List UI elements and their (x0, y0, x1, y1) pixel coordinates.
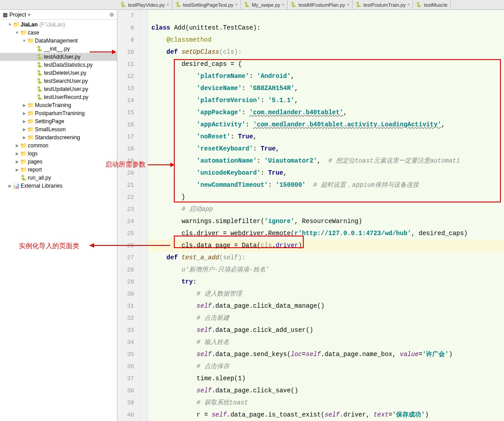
tree-label: JiaLan (21, 21, 38, 28)
tree-folder-datamgmt[interactable]: ▼📁DataManagement (0, 37, 117, 45)
tree-folder[interactable]: ▶📁Standardscreening (0, 133, 117, 142)
tab-label: My_swipe.py (252, 2, 280, 8)
chevron-right-icon[interactable]: ▶ (14, 143, 20, 148)
tab-0[interactable]: 🐍testPlayVideo.py× (117, 0, 172, 9)
tree-file[interactable]: 🐍run_all.py (0, 174, 117, 182)
tab-label: testPlayVideo.py (128, 2, 165, 8)
tree-label: testDataStatistics.py (44, 62, 93, 68)
tree-file[interactable]: 🐍__init__.py (0, 45, 117, 53)
tree-file[interactable]: 🐍testUpdateUser.py (0, 85, 117, 93)
chevron-right-icon[interactable]: ▶ (22, 103, 27, 107)
tree-label: common (28, 142, 48, 149)
chevron-down-icon[interactable]: ▼ (14, 30, 20, 35)
tree-label: pages (28, 159, 43, 165)
chevron-right-icon[interactable]: ▶ (14, 151, 20, 156)
dropdown-icon[interactable]: ▾ (28, 12, 30, 18)
tree-label: External Libraries (21, 183, 62, 189)
python-icon: 🐍 (36, 54, 43, 60)
chevron-right-icon[interactable]: ▶ (22, 119, 27, 124)
tab-3[interactable]: 🐍testAllPostumPlan.py× (288, 0, 353, 9)
tree-external-libraries[interactable]: ▶📊External Libraries (0, 182, 117, 190)
tree-folder[interactable]: ▶📁PostpartumTranining (0, 109, 117, 117)
tree-label: __init__.py (44, 46, 70, 52)
project-panel-title: Project (9, 12, 26, 18)
tab-label: testSettingPageTest.py (183, 2, 234, 8)
tree-folder[interactable]: ▶📁report (0, 166, 117, 174)
folder-icon: 📁 (27, 134, 34, 141)
folder-icon: 📁 (13, 21, 20, 28)
tree-file[interactable]: 🐍testDataStatistics.py (0, 61, 117, 69)
gear-icon[interactable]: ⚙ (109, 12, 114, 18)
folder-icon: 📁 (20, 159, 27, 165)
python-icon: 🐍 (36, 86, 43, 92)
folder-icon: 📁 (27, 38, 34, 44)
python-icon: 🐍 (36, 70, 43, 76)
python-icon: 🐍 (20, 175, 27, 181)
python-icon: 🐍 (36, 46, 43, 52)
tree-file[interactable]: 🐍testUserRecord.py (0, 93, 117, 101)
tab-1[interactable]: 🐍testSettingPageTest.py× (172, 0, 241, 9)
tree-file[interactable]: 🐍testDeleteUser.py (0, 69, 117, 77)
tab-5[interactable]: 🐍testMuscle (413, 0, 451, 9)
chevron-down-icon[interactable]: ▼ (7, 22, 13, 27)
chevron-down-icon[interactable]: ▼ (22, 39, 27, 43)
editor-tabs: 🐍testPlayVideo.py× 🐍testSettingPageTest.… (0, 0, 504, 10)
close-icon[interactable]: × (282, 2, 285, 7)
python-icon: 🐍 (244, 2, 250, 8)
folder-icon: 📁 (20, 30, 27, 36)
tab-2[interactable]: 🐍My_swipe.py× (241, 0, 288, 9)
chevron-right-icon[interactable]: ▶ (14, 159, 20, 164)
tree-folder[interactable]: ▶📁SettingPage (0, 117, 117, 125)
tree-label: Standardscreening (35, 134, 80, 141)
folder-icon: 📁 (20, 142, 27, 149)
folder-icon: 📁 (27, 118, 34, 125)
tree-label: run_all.py (28, 175, 51, 181)
tree-path: (F:\JiaLan) (39, 21, 65, 28)
tree-label: logs (28, 150, 38, 157)
line-number-gutter: 7891011121314151617181920212223242526272… (117, 10, 140, 421)
folder-icon: 📁 (27, 110, 34, 116)
close-icon[interactable]: × (167, 2, 169, 7)
python-icon: 🐍 (36, 94, 43, 100)
python-icon: 🐍 (120, 2, 126, 8)
python-icon: 🐍 (36, 62, 43, 68)
tree-file[interactable]: 🐍testSearchUser.py (0, 77, 117, 85)
tree-folder[interactable]: ▶📁MuscleTraining (0, 101, 117, 109)
python-icon: 🐍 (36, 78, 43, 84)
python-icon: 🐍 (290, 2, 297, 8)
project-sidebar: ▦ Project ▾ ⚙ ▼ 📁 JiaLan (F:\JiaLan) ▼📁c… (0, 10, 117, 421)
chevron-right-icon[interactable]: ▶ (7, 184, 13, 188)
code-content[interactable]: class Add(unittest.TestCase): @classmeth… (148, 10, 504, 421)
close-icon[interactable]: × (408, 2, 410, 7)
python-icon: 🐍 (416, 2, 422, 8)
project-panel-header[interactable]: ▦ Project ▾ ⚙ (0, 10, 117, 20)
folder-icon: 📁 (20, 150, 27, 157)
close-icon[interactable]: × (347, 2, 349, 7)
gutter-marks (140, 10, 148, 421)
chevron-right-icon[interactable]: ▶ (22, 135, 27, 140)
chevron-right-icon[interactable]: ▶ (22, 111, 27, 116)
tree-label: testUpdateUser.py (44, 86, 88, 92)
tab-label: testAllPostumPlan.py (298, 2, 345, 8)
tree-folder[interactable]: ▶📁SmallLesson (0, 125, 117, 133)
tree-folder[interactable]: ▶📁common (0, 142, 117, 150)
project-tree: ▼ 📁 JiaLan (F:\JiaLan) ▼📁case ▼📁DataMana… (0, 20, 117, 421)
tab-4[interactable]: 🐍testPostumTrain.py× (353, 0, 413, 9)
tree-folder[interactable]: ▶📁logs (0, 150, 117, 158)
chevron-right-icon[interactable]: ▶ (14, 168, 20, 172)
tree-root[interactable]: ▼ 📁 JiaLan (F:\JiaLan) (0, 21, 117, 29)
tree-file-selected[interactable]: 🐍testAddUser.py (0, 53, 117, 61)
chevron-right-icon[interactable]: ▶ (22, 127, 27, 132)
close-icon[interactable]: × (235, 2, 238, 7)
tree-label: testDeleteUser.py (44, 70, 86, 76)
tree-label: MuscleTraining (35, 102, 71, 108)
python-icon: 🐍 (355, 2, 362, 8)
folder-icon: 📁 (20, 167, 27, 173)
library-icon: 📊 (13, 183, 20, 189)
tab-label: testPostumTrain.py (363, 2, 405, 8)
tree-folder-case[interactable]: ▼📁case (0, 29, 117, 37)
project-icon: ▦ (3, 12, 8, 18)
tree-folder[interactable]: ▶📁pages (0, 158, 117, 166)
tab-label: testMuscle (424, 2, 448, 8)
code-editor[interactable]: 7891011121314151617181920212223242526272… (117, 10, 504, 421)
